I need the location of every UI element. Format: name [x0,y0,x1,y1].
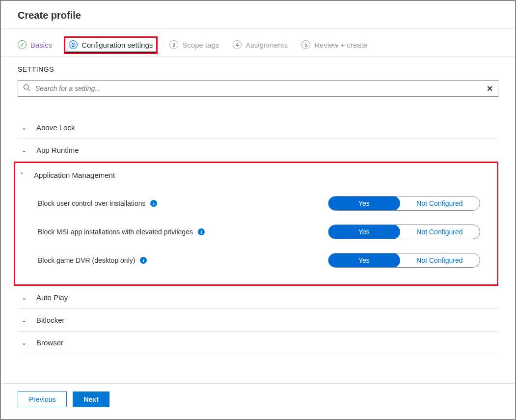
chevron-up-icon: ˄ [18,172,25,179]
settings-section-label: SETTINGS [18,65,498,73]
step-badge: 3 [169,40,178,49]
tab-label: Assignments [245,41,288,49]
tab-assignments[interactable]: 4 Assignments [233,40,288,53]
chevron-down-icon: ⌄ [21,294,27,301]
previous-button[interactable]: Previous [18,392,67,407]
category-header[interactable]: ⌄ App Runtime [18,139,498,161]
clear-icon[interactable]: ✕ [487,84,493,93]
category-header[interactable]: ⌄ Connectivity [18,354,498,361]
highlighted-category-box: ˄ Application Management Block user cont… [14,162,498,286]
setting-label: Block MSI app installations with elevate… [38,228,193,236]
setting-label: Block game DVR (desktop only) [38,256,135,264]
info-icon[interactable]: i [150,200,157,207]
toggle-switch[interactable]: Yes Not Configured [328,253,480,268]
tab-label: Review + create [314,41,367,49]
category-browser: ⌄ Browser [18,332,498,354]
setting-row: Block game DVR (desktop only) i Yes Not … [38,246,493,275]
tab-label: Basics [30,41,52,49]
category-label: Bitlocker [36,316,65,324]
next-button[interactable]: Next [73,392,109,407]
category-application-management: ˄ Application Management Block user cont… [15,164,493,283]
category-label: Application Management [34,171,115,179]
category-auto-play: ⌄ Auto Play [18,286,498,309]
toggle-yes[interactable]: Yes [328,196,400,211]
chevron-down-icon: ⌄ [21,147,27,154]
toggle-not-configured[interactable]: Not Configured [400,225,480,239]
search-box[interactable]: ✕ [18,80,498,97]
tab-basics[interactable]: ✓ Basics [18,40,52,53]
toggle-switch[interactable]: Yes Not Configured [328,224,480,239]
tab-review-create[interactable]: 5 Review + create [301,40,367,53]
category-header[interactable]: ⌄ Auto Play [18,286,498,308]
setting-row: Block user control over installations i … [38,189,493,218]
toggle-not-configured[interactable]: Not Configured [400,196,480,210]
toggle-yes[interactable]: Yes [328,224,400,239]
category-label: Above Lock [36,123,75,132]
check-icon: ✓ [18,40,27,49]
category-above-lock: ⌄ Above Lock [18,116,498,139]
tab-label: Scope tags [182,41,219,49]
tab-scope-tags[interactable]: 3 Scope tags [169,40,219,53]
info-icon[interactable]: i [140,257,147,264]
category-connectivity: ⌄ Connectivity [18,354,498,361]
info-icon[interactable]: i [198,228,205,235]
search-input[interactable] [35,84,482,92]
category-label: Browser [36,338,63,347]
category-header[interactable]: ⌄ Above Lock [18,116,498,139]
svg-point-0 [24,84,28,89]
category-app-runtime: ⌄ App Runtime [18,139,498,162]
page-title: Create profile [18,10,498,21]
toggle-switch[interactable]: Yes Not Configured [328,196,480,211]
category-label: Auto Play [36,293,68,302]
setting-row: Block MSI app installations with elevate… [38,218,493,246]
category-label: App Runtime [36,146,79,154]
category-header[interactable]: ⌄ Bitlocker [18,309,498,331]
category-header[interactable]: ⌄ Browser [18,332,498,354]
toggle-not-configured[interactable]: Not Configured [400,253,480,267]
wizard-tabs: ✓ Basics 2 Configuration settings 3 Scop… [1,28,515,56]
svg-line-1 [28,89,30,91]
tab-label: Configuration settings [81,41,153,49]
category-bitlocker: ⌄ Bitlocker [18,309,498,332]
tab-configuration-settings[interactable]: 2 Configuration settings [66,40,156,53]
chevron-down-icon: ⌄ [21,317,27,324]
step-badge: 5 [301,40,310,49]
chevron-down-icon: ⌄ [21,339,27,346]
setting-label: Block user control over installations [38,199,145,207]
category-header[interactable]: ˄ Application Management [15,164,493,186]
step-badge: 2 [69,40,78,49]
step-badge: 4 [233,40,242,49]
wizard-footer: Previous Next [1,383,515,419]
chevron-down-icon: ⌄ [21,124,27,131]
toggle-yes[interactable]: Yes [328,253,400,268]
search-icon [23,84,30,93]
